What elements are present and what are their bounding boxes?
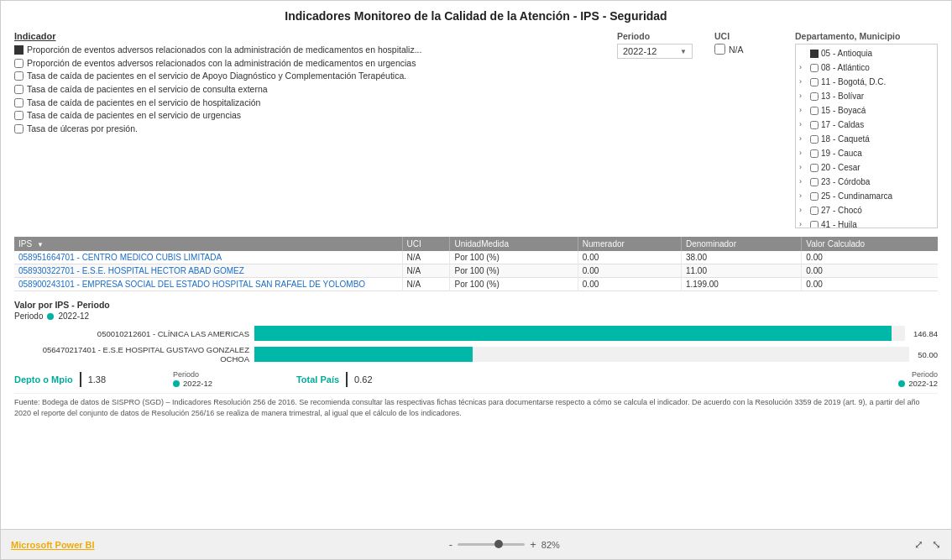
bar-fill-2 [254, 347, 473, 362]
dept-text-caqueta: 18 - Caquetá [821, 133, 870, 145]
indicador-item-4[interactable]: Tasa de caída de pacientes en el servici… [14, 84, 604, 96]
col-uci[interactable]: UCI [402, 237, 450, 251]
legend-value: 2022-12 [58, 311, 89, 321]
period-value: 2022-12 [623, 46, 656, 56]
cell-unidad-1: Por 100 (%) [450, 251, 578, 264]
dept-item-bogota[interactable]: › 11 - Bogotá, D.C. [796, 75, 937, 89]
dept-checkbox-bogota[interactable] [810, 78, 819, 86]
zoom-thumb [494, 540, 503, 548]
zoom-plus-button[interactable]: + [530, 538, 536, 551]
indicador-item-6[interactable]: Tasa de caída de pacientes en el servici… [14, 110, 604, 122]
dept-checkbox-cauca[interactable] [810, 149, 819, 158]
legend-dot [47, 313, 54, 320]
indicador-item-7[interactable]: Tasa de úlceras por presión. [14, 123, 604, 135]
legend-label: Periodo [14, 311, 43, 321]
dept-text-cundinamarca: 25 - Cundinamarca [821, 190, 892, 202]
bottom-bar: Microsoft Power BI - + 82% ⤢ ⤡ [1, 529, 951, 559]
fullscreen-icon[interactable]: ⤡ [932, 538, 941, 551]
indicador-item-5[interactable]: Tasa de caída de pacientes en el servici… [14, 97, 604, 109]
kpi-depto-value: 1.38 [88, 374, 106, 385]
col-valor[interactable]: Valor Calculado [802, 237, 938, 251]
indicador-list: Proporción de eventos adversos relaciona… [14, 44, 604, 134]
dept-item-choco[interactable]: › 27 - Chocó [796, 203, 937, 217]
dept-text-atlantico: 08 - Atlántico [821, 61, 870, 74]
dept-item-caqueta[interactable]: › 18 - Caquetá [796, 132, 937, 146]
checkbox-7[interactable] [14, 124, 24, 133]
kpi-total-label: Total País [296, 374, 339, 385]
expand-icon-cauca: › [799, 148, 808, 160]
indicador-item-1[interactable]: Proporción de eventos adversos relaciona… [14, 44, 604, 56]
dept-item-cauca[interactable]: › 19 - Cauca [796, 146, 937, 160]
kpi-period-dot-2 [898, 380, 905, 387]
dept-checkbox-boyaca[interactable] [810, 107, 819, 115]
cell-uci-2: N/A [402, 264, 450, 278]
dept-checkbox-bolivar[interactable] [810, 92, 819, 101]
dept-text-bolivar: 13 - Bolívar [821, 90, 864, 102]
table-row: 058900243101 - EMPRESA SOCIAL DEL ESTADO… [14, 278, 938, 291]
dept-item-antioquia[interactable]: 05 - Antioquia [796, 46, 937, 60]
uci-checkbox[interactable] [714, 44, 725, 55]
kpi-total-line [346, 372, 348, 387]
dept-text-antioquia: 05 - Antioquia [821, 47, 872, 60]
cell-numerador-2: 0.00 [578, 264, 681, 278]
cell-ips-2: 058930322701 - E.S.E. HOSPITAL HECTOR AB… [14, 264, 402, 278]
chart-section: Valor por IPS - Periodo Periodo 2022-12 … [14, 300, 938, 364]
dept-checkbox-caldas[interactable] [810, 121, 819, 129]
page-title: Indicadores Monitoreo de la Calidad de l… [14, 9, 938, 23]
dept-checkbox-cordoba[interactable] [810, 178, 819, 186]
period-label: Periodo [617, 31, 701, 41]
dept-checkbox-cundinamarca[interactable] [810, 192, 819, 201]
filled-checkbox-1 [14, 45, 24, 55]
share-icon[interactable]: ⤢ [914, 538, 923, 551]
kpi-depto-block: Depto o Mpio 1.38 [14, 372, 106, 387]
dept-item-boyaca[interactable]: › 15 - Boyacá [796, 103, 937, 118]
cell-denominador-2: 11.00 [681, 264, 801, 278]
cell-uci-3: N/A [402, 278, 450, 291]
expand-icon-boyaca: › [799, 105, 808, 117]
dept-text-cesar: 20 - Cesar [821, 161, 860, 174]
dept-list[interactable]: 05 - Antioquia › 08 - Atlántico › 11 - B… [795, 44, 938, 228]
period-dropdown[interactable]: 2022-12 ▼ [617, 44, 693, 59]
dept-item-caldas[interactable]: › 17 - Caldas [796, 118, 937, 132]
checkbox-4[interactable] [14, 85, 24, 94]
dept-text-cordoba: 23 - Córdoba [821, 175, 870, 188]
checkbox-6[interactable] [14, 111, 24, 120]
kpi-period-val-2: 2022-12 [908, 379, 938, 388]
period-section: Periodo 2022-12 ▼ [617, 31, 701, 59]
dept-item-cesar[interactable]: › 20 - Cesar [796, 160, 937, 175]
dept-item-cundinamarca[interactable]: › 25 - Cundinamarca [796, 189, 937, 203]
checkbox-5[interactable] [14, 98, 24, 107]
col-denominador[interactable]: Denominador [681, 237, 801, 251]
dept-checkbox-caqueta[interactable] [810, 135, 819, 144]
dept-checkbox-atlantico[interactable] [810, 64, 819, 72]
indicador-item-3[interactable]: Tasa de caída de pacientes en el servici… [14, 71, 604, 82]
dept-item-cordoba[interactable]: › 23 - Córdoba [796, 175, 937, 189]
indicador-text-2: Proporción de eventos adversos relaciona… [27, 58, 416, 70]
col-ips[interactable]: IPS ▼ [14, 237, 402, 251]
expand-icon-bogota: › [799, 76, 808, 88]
zoom-minus-button[interactable]: - [449, 538, 452, 551]
checkbox-3[interactable] [14, 71, 24, 81]
dept-checkbox-huila[interactable] [810, 221, 819, 229]
kpi-total-period: Periodo 2022-12 [898, 370, 938, 388]
dept-checkbox-choco[interactable] [810, 207, 819, 215]
checkbox-2[interactable] [14, 59, 24, 68]
dept-item-huila[interactable]: › 41 - Huila [796, 217, 937, 228]
kpi-period-row-1: 2022-12 [173, 379, 212, 388]
uci-label: UCI [714, 31, 782, 41]
bottom-right-icons: ⤢ ⤡ [914, 538, 941, 551]
uci-option: N/A [729, 44, 744, 55]
powerbi-link[interactable]: Microsoft Power BI [11, 540, 95, 550]
table-section: IPS ▼ UCI UnidadMedida Numerador Denomin… [14, 237, 938, 291]
footer-text: Fuente: Bodega de datos de SISPRO (SGD) … [14, 393, 938, 418]
col-unidad[interactable]: UnidadMedida [450, 237, 578, 251]
col-numerador[interactable]: Numerador [578, 237, 681, 251]
dept-item-bolivar[interactable]: › 13 - Bolívar [796, 89, 937, 103]
data-table: IPS ▼ UCI UnidadMedida Numerador Denomin… [14, 237, 938, 291]
expand-icon-bolivar: › [799, 91, 808, 102]
dept-checkbox-cesar[interactable] [810, 164, 819, 172]
zoom-slider[interactable] [458, 543, 525, 546]
dept-text-boyaca: 15 - Boyacá [821, 104, 866, 117]
indicador-item-2[interactable]: Proporción de eventos adversos relaciona… [14, 58, 604, 70]
dept-item-atlantico[interactable]: › 08 - Atlántico [796, 60, 937, 75]
